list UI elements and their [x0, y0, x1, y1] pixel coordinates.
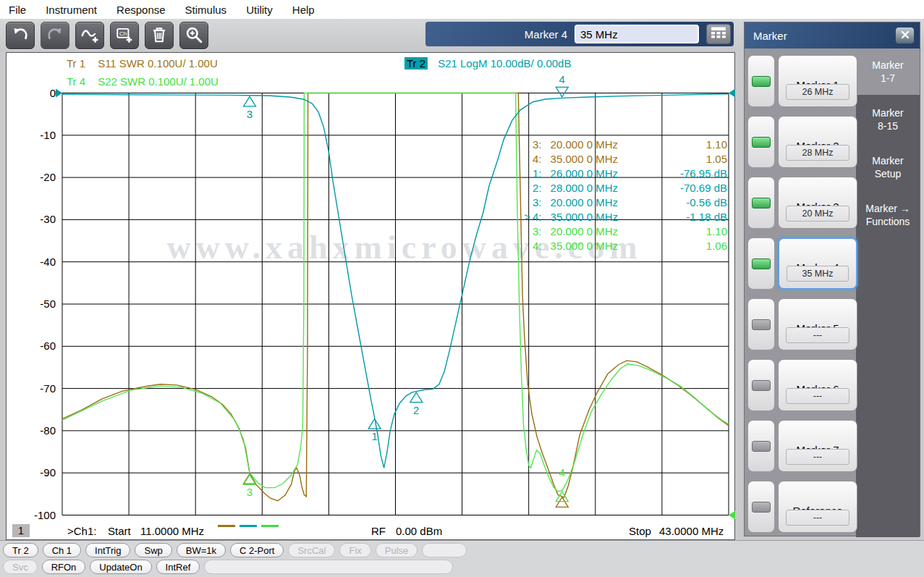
marker-2-button[interactable]: Marker 228 MHz: [778, 116, 857, 168]
trace-legend-tr2[interactable]: Tr 2 S21 LogM 10.00dB/ 0.00dB: [404, 57, 571, 70]
marker-readout-row: 1:26.000 0 MHz-76.95 dB: [522, 166, 727, 180]
redo-icon: [46, 25, 64, 46]
y-axis-tick: -30: [18, 213, 56, 225]
tab-marker-functions[interactable]: Marker → Functions: [856, 192, 920, 238]
marker-1-button[interactable]: Marker 126 MHz: [778, 55, 857, 107]
add-trace-button[interactable]: [75, 22, 104, 49]
tab-marker-1-7[interactable]: Marker 1-7: [856, 49, 920, 95]
marker-2-row: Marker 228 MHz: [747, 116, 857, 168]
menu-stimulus[interactable]: Stimulus: [185, 4, 227, 16]
redo-button[interactable]: [41, 22, 69, 49]
status-svc[interactable]: Svc: [3, 560, 38, 574]
marker-panel-body: Marker 1-7Marker 8-15Marker SetupMarker …: [745, 49, 920, 537]
marker-readout-row: 3:20.000 0 MHz1.10: [522, 224, 727, 238]
marker-4-button[interactable]: Marker 435 MHz: [778, 237, 857, 290]
status-empty-slot[interactable]: [422, 543, 467, 557]
start-label: Start: [108, 525, 131, 537]
trace-id-tr4: Tr 4: [64, 75, 88, 88]
status-srccal[interactable]: SrcCal: [288, 543, 335, 557]
trace2-color-dash: [240, 525, 257, 527]
trace-legend-tr4[interactable]: Tr 4 S22 SWR 0.100U/ 1.00U: [64, 75, 219, 88]
status-bw-1k[interactable]: BW=1k: [177, 543, 226, 557]
marker-4-led: [752, 258, 771, 269]
marker-5-toggle[interactable]: [747, 298, 775, 350]
chart-plot: 312434: [7, 53, 736, 541]
status-fix[interactable]: Fix: [339, 543, 370, 557]
y-axis-tick: -50: [18, 298, 56, 310]
trace4-color-dash: [261, 525, 279, 527]
status-swp[interactable]: Swp: [135, 543, 171, 557]
marker-5-button[interactable]: Marker 5---: [778, 298, 857, 350]
marker-7-button[interactable]: Marker 7---: [778, 420, 857, 472]
marker-6-toggle[interactable]: [747, 359, 775, 411]
reference-toggle[interactable]: [747, 481, 775, 533]
zoom-in-icon: [185, 25, 203, 46]
marker-frequency-input[interactable]: 35 MHz: [575, 25, 699, 43]
vna-application-window: FileInstrumentResponseStimulusUtilityHel…: [0, 0, 924, 577]
reference-led: [752, 502, 771, 513]
marker-6-row: Marker 6---: [747, 359, 857, 411]
reference-level-arrow: [729, 511, 735, 520]
marker-entry-label: Marker 4: [525, 28, 567, 41]
chart-window: www.xahxmicrowave.com 312434 Tr 1 S11 SW…: [6, 52, 735, 540]
marker-7-toggle[interactable]: [747, 420, 775, 472]
status-inttrig[interactable]: IntTrig: [85, 543, 130, 557]
marker-readout-row: >4:35.000 0 MHz-1.18 dB: [522, 209, 727, 224]
menu-file[interactable]: File: [9, 4, 26, 16]
add-channel-button[interactable]: Ch: [110, 22, 139, 49]
marker-panel: Marker Marker 1-7Marker 8-15Marker Setup…: [744, 22, 920, 536]
menu-bar: FileInstrumentResponseStimulusUtilityHel…: [0, 0, 924, 19]
marker-6-button[interactable]: Marker 6---: [778, 359, 857, 411]
marker-3-toggle[interactable]: [747, 177, 775, 229]
menu-response[interactable]: Response: [116, 4, 166, 16]
marker-2-toggle[interactable]: [747, 116, 775, 168]
marker-entry-bar: Marker 4 35 MHz: [425, 22, 734, 46]
tab-marker-8-15[interactable]: Marker 8-15: [856, 96, 920, 143]
trace-legend-tr1[interactable]: Tr 1 S11 SWR 0.100U/ 1.00U: [64, 57, 218, 70]
undo-button[interactable]: [6, 22, 35, 49]
keypad-button[interactable]: [706, 24, 731, 44]
marker-3-button[interactable]: Marker 320 MHz: [778, 177, 857, 229]
reference-value: ---: [786, 510, 849, 526]
menu-utility[interactable]: Utility: [246, 4, 273, 16]
marker-triangle-4[interactable]: [556, 87, 568, 96]
marker-label-4: 4: [559, 466, 565, 479]
status-updateon[interactable]: UpdateOn: [90, 560, 151, 574]
reference-button[interactable]: Reference---: [778, 481, 857, 533]
status-ch-1[interactable]: Ch 1: [43, 543, 81, 557]
y-axis-tick: -80: [18, 424, 56, 437]
menu-instrument[interactable]: Instrument: [46, 4, 97, 16]
status-empty-slot[interactable]: [204, 560, 453, 574]
y-axis-tick: -10: [18, 129, 56, 141]
delete-button[interactable]: [145, 22, 174, 49]
marker-triangle-2[interactable]: [410, 392, 423, 403]
marker-4-value: 35 MHz: [787, 266, 849, 282]
marker-2-value: 28 MHz: [786, 145, 849, 161]
status-tr-2[interactable]: Tr 2: [3, 543, 38, 557]
trace-meas-tr4: S22 SWR 0.100U/ 1.00U: [98, 75, 219, 88]
tab-marker-setup[interactable]: Marker Setup: [856, 144, 920, 190]
marker-readout-row: 4:35.000 0 MHz1.06: [522, 238, 727, 253]
marker-triangle-3[interactable]: [244, 96, 256, 106]
marker-panel-titlebar: Marker: [745, 22, 920, 49]
status-pulse[interactable]: Pulse: [376, 543, 418, 557]
menu-help[interactable]: Help: [292, 4, 315, 16]
marker-2-led: [752, 137, 771, 148]
rf-value: 0.00 dBm: [396, 525, 442, 537]
status-c-2-port[interactable]: C 2-Port: [230, 543, 284, 557]
y-axis-tick: 0: [18, 87, 56, 99]
close-button[interactable]: [895, 27, 915, 44]
status-rfon[interactable]: RFOn: [42, 560, 86, 574]
trace1-color-dash: [218, 525, 235, 527]
y-axis-tick: -90: [18, 466, 56, 479]
reference-level-arrow: [729, 89, 735, 98]
start-value: 11.0000 MHz: [140, 525, 204, 537]
marker-4-row: Marker 435 MHz: [747, 237, 857, 290]
add-trace-icon: [80, 25, 99, 46]
marker-5-row: Marker 5---: [747, 298, 857, 350]
marker-1-toggle[interactable]: [747, 55, 775, 107]
zoom-in-button[interactable]: [179, 22, 208, 49]
marker-4-toggle[interactable]: [747, 237, 775, 290]
stop-label: Stop: [629, 525, 651, 537]
status-intref[interactable]: IntRef: [156, 560, 200, 574]
